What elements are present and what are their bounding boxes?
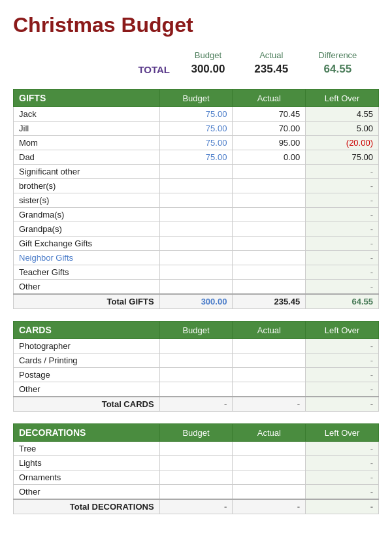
row-budget[interactable]	[159, 368, 233, 382]
summary-budget-value: 300.00	[176, 61, 240, 77]
table-row: Neighbor Gifts-	[14, 251, 379, 265]
total-row: Total DECORATIONS---	[14, 499, 379, 514]
row-label: Gift Exchange Gifts	[14, 237, 160, 251]
table-row: Tree-	[14, 442, 379, 456]
row-budget[interactable]	[159, 354, 233, 368]
row-budget[interactable]	[159, 280, 233, 295]
row-actual[interactable]	[233, 442, 306, 456]
row-actual[interactable]	[233, 280, 306, 295]
table-row: Ornaments-	[14, 470, 379, 485]
summary-col-budget: Budget	[176, 49, 240, 61]
cards-col-budget: Budget	[159, 321, 233, 339]
row-budget[interactable]	[159, 470, 233, 485]
dash-value: -	[370, 341, 373, 351]
row-actual[interactable]: 70.00	[233, 122, 306, 136]
row-leftover: -	[306, 193, 379, 208]
row-budget[interactable]: 75.00	[159, 150, 233, 165]
table-row: Gift Exchange Gifts-	[14, 237, 379, 251]
row-actual[interactable]	[233, 251, 306, 265]
row-actual[interactable]	[233, 265, 306, 280]
row-label: Jack	[14, 107, 160, 122]
row-actual[interactable]	[233, 339, 306, 354]
dash-value: -	[370, 472, 373, 482]
row-actual[interactable]	[233, 354, 306, 368]
row-budget[interactable]	[159, 456, 233, 470]
row-budget[interactable]	[159, 237, 233, 251]
row-actual[interactable]: 95.00	[233, 136, 306, 150]
row-actual[interactable]	[233, 237, 306, 251]
summary-section: Budget Actual Difference TOTAL 300.00 23…	[13, 49, 379, 77]
row-label: Other	[14, 280, 160, 295]
row-leftover: -	[306, 382, 379, 397]
table-row: Other-	[14, 382, 379, 397]
table-row: Jack75.0070.454.55	[14, 107, 379, 122]
row-label: brother(s)	[14, 179, 160, 193]
dash-value: -	[370, 384, 373, 394]
row-leftover: -	[306, 165, 379, 179]
table-row: Photographer-	[14, 339, 379, 354]
dash-value: -	[370, 195, 373, 205]
row-budget[interactable]: 75.00	[159, 136, 233, 150]
row-actual[interactable]	[233, 179, 306, 193]
row-leftover: -	[306, 442, 379, 456]
table-row: Grandma(s)-	[14, 208, 379, 222]
table-row: Other-	[14, 280, 379, 295]
dash-value: -	[370, 253, 373, 263]
row-actual[interactable]	[233, 222, 306, 237]
row-label: sister(s)	[14, 193, 160, 208]
row-actual[interactable]: 70.45	[233, 107, 306, 122]
row-budget[interactable]	[159, 208, 233, 222]
row-leftover: -	[306, 251, 379, 265]
decorations-col-leftover: Left Over	[306, 424, 379, 442]
row-budget[interactable]	[159, 251, 233, 265]
table-row: Significant other-	[14, 165, 379, 179]
row-actual[interactable]	[233, 456, 306, 470]
row-budget[interactable]	[159, 193, 233, 208]
row-budget[interactable]	[159, 339, 233, 354]
row-actual[interactable]	[233, 485, 306, 500]
row-budget[interactable]	[159, 485, 233, 500]
row-leftover: (20.00)	[306, 136, 379, 150]
row-actual[interactable]	[233, 382, 306, 397]
row-actual[interactable]	[233, 165, 306, 179]
row-label: Photographer	[14, 339, 160, 354]
gifts-table: GIFTS Budget Actual Left Over Jack75.007…	[13, 89, 379, 309]
row-actual[interactable]	[233, 208, 306, 222]
decorations-col-actual: Actual	[233, 424, 306, 442]
row-actual[interactable]: 0.00	[233, 150, 306, 165]
row-leftover: 4.55	[306, 107, 379, 122]
row-budget[interactable]: 75.00	[159, 107, 233, 122]
page-title: Christmas Budget	[13, 13, 379, 37]
row-leftover: -	[306, 485, 379, 500]
cards-col-leftover: Left Over	[306, 321, 379, 339]
row-budget[interactable]	[159, 222, 233, 237]
row-budget[interactable]	[159, 442, 233, 456]
dash-value: -	[370, 210, 373, 220]
row-budget[interactable]	[159, 265, 233, 280]
row-actual[interactable]	[233, 193, 306, 208]
table-row: Other-	[14, 485, 379, 500]
row-leftover: -	[306, 470, 379, 485]
dash-value: -	[370, 224, 373, 234]
dash-value: -	[370, 167, 373, 176]
total-budget: -	[159, 499, 233, 514]
decorations-header: DECORATIONS	[14, 424, 160, 442]
gifts-header: GIFTS	[14, 90, 160, 107]
row-label: Postage	[14, 368, 160, 382]
row-budget[interactable]: 75.00	[159, 122, 233, 136]
row-label: Cards / Printing	[14, 354, 160, 368]
row-leftover: -	[306, 179, 379, 193]
row-budget[interactable]	[159, 179, 233, 193]
row-budget[interactable]	[159, 165, 233, 179]
row-actual[interactable]	[233, 470, 306, 485]
decorations-section: DECORATIONS Budget Actual Left Over Tree…	[13, 423, 379, 514]
dash-value: -	[370, 444, 373, 453]
dash-value: -	[370, 267, 373, 277]
row-budget[interactable]	[159, 382, 233, 397]
total-label: Total GIFTS	[14, 294, 160, 309]
row-label: Significant other	[14, 165, 160, 179]
dash-value: -	[370, 458, 373, 468]
gifts-section: GIFTS Budget Actual Left Over Jack75.007…	[13, 89, 379, 309]
dash-value: -	[370, 487, 373, 497]
row-actual[interactable]	[233, 368, 306, 382]
